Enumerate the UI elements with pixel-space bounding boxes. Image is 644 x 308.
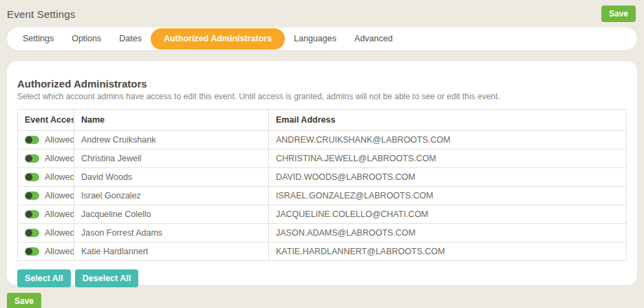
footer-row: Save	[7, 293, 644, 308]
access-label: Allowed	[45, 209, 74, 219]
table-row: Allowed Christina Jewell CHRISTINA.JEWEL…	[18, 150, 627, 168]
admin-name: Jason Forrest Adams	[74, 224, 269, 243]
admin-email: ANDREW.CRUIKSHANK@LABROOTS.COM	[269, 131, 627, 150]
tab-dates[interactable]: Dates	[110, 28, 151, 50]
admin-email: JASON.ADAMS@LABROOTS.COM	[269, 224, 627, 243]
admin-email: JACQUELINE.COLELLO@CHATI.COM	[269, 205, 627, 224]
table-row: Allowed Israel Gonzalez ISRAEL.GONZALEZ@…	[18, 187, 627, 205]
event-access-toggle[interactable]	[25, 173, 39, 181]
admin-name: Israel Gonzalez	[74, 187, 269, 205]
admin-email: DAVID.WOODS@LABROOTS.COM	[269, 168, 627, 187]
event-access-toggle[interactable]	[25, 247, 39, 256]
action-row: Select All Deselect All	[17, 269, 627, 287]
table-header-row: Event Access Name Email Address	[18, 110, 627, 131]
access-label: Allowed	[45, 191, 74, 201]
column-header-email: Email Address	[269, 110, 627, 131]
select-all-button[interactable]: Select All	[17, 269, 71, 287]
admin-email: KATIE.HARDLANNERT@LABROOTS.COM	[269, 243, 627, 261]
table-row: Allowed David Woods DAVID.WOODS@LABROOTS…	[18, 168, 627, 187]
tab-label: Settings	[23, 34, 54, 43]
column-header-event-access: Event Access	[18, 110, 74, 131]
access-label: Allowed	[45, 228, 74, 238]
event-access-toggle[interactable]	[25, 210, 39, 218]
table-row: Allowed Jason Forrest Adams JASON.ADAMS@…	[18, 224, 627, 243]
tab-label: Authorized Administrators	[164, 34, 272, 43]
tab-advanced[interactable]: Advanced	[345, 28, 402, 50]
save-button-bottom[interactable]: Save	[7, 293, 41, 308]
tab-label: Dates	[119, 34, 142, 43]
admin-name: Andrew Cruikshank	[74, 131, 269, 150]
admin-name: Katie Hardlannert	[74, 243, 269, 261]
admin-name: David Woods	[74, 168, 269, 187]
tab-settings[interactable]: Settings	[14, 28, 63, 50]
deselect-all-button[interactable]: Deselect All	[75, 269, 138, 287]
event-access-toggle[interactable]	[25, 154, 39, 163]
top-bar: Event Settings Save	[0, 0, 644, 23]
page-title: Event Settings	[7, 8, 76, 20]
tab-label: Options	[72, 34, 101, 43]
column-header-name: Name	[74, 110, 269, 131]
table-row: Allowed Katie Hardlannert KATIE.HARDLANN…	[18, 243, 627, 261]
admin-name: Jacqueline Colello	[74, 205, 269, 224]
access-label: Allowed	[45, 172, 74, 182]
tab-label: Advanced	[354, 34, 393, 43]
tab-label: Languages	[294, 34, 336, 43]
tab-bar: SettingsOptionsDatesAuthorized Administr…	[7, 28, 637, 50]
table-row: Allowed Andrew Cruikshank ANDREW.CRUIKSH…	[18, 131, 627, 150]
admin-name: Christina Jewell	[74, 150, 269, 168]
event-access-toggle[interactable]	[25, 192, 39, 200]
access-label: Allowed	[45, 154, 74, 163]
access-label: Allowed	[45, 247, 74, 256]
tab-options[interactable]: Options	[63, 28, 110, 50]
save-button-top[interactable]: Save	[601, 6, 636, 22]
tab-languages[interactable]: Languages	[285, 28, 345, 50]
event-access-toggle[interactable]	[25, 136, 39, 144]
administrators-table: Event Access Name Email Address Allowed …	[17, 109, 627, 261]
table-body: Allowed Andrew Cruikshank ANDREW.CRUIKSH…	[18, 131, 627, 261]
admin-email: CHRISTINA.JEWELL@LABROOTS.COM	[269, 150, 627, 168]
section-title: Authorized Administrators	[17, 78, 627, 90]
table-row: Allowed Jacqueline Colello JACQUELINE.CO…	[18, 205, 627, 224]
tab-authorized-administrators[interactable]: Authorized Administrators	[151, 28, 285, 50]
event-access-toggle[interactable]	[25, 229, 39, 237]
settings-card: Authorized Administrators Select which a…	[7, 61, 637, 285]
admin-email: ISRAEL.GONZALEZ@LABROOTS.COM	[269, 187, 627, 205]
access-label: Allowed	[45, 135, 74, 145]
section-description: Select which account admins have access …	[17, 92, 627, 101]
